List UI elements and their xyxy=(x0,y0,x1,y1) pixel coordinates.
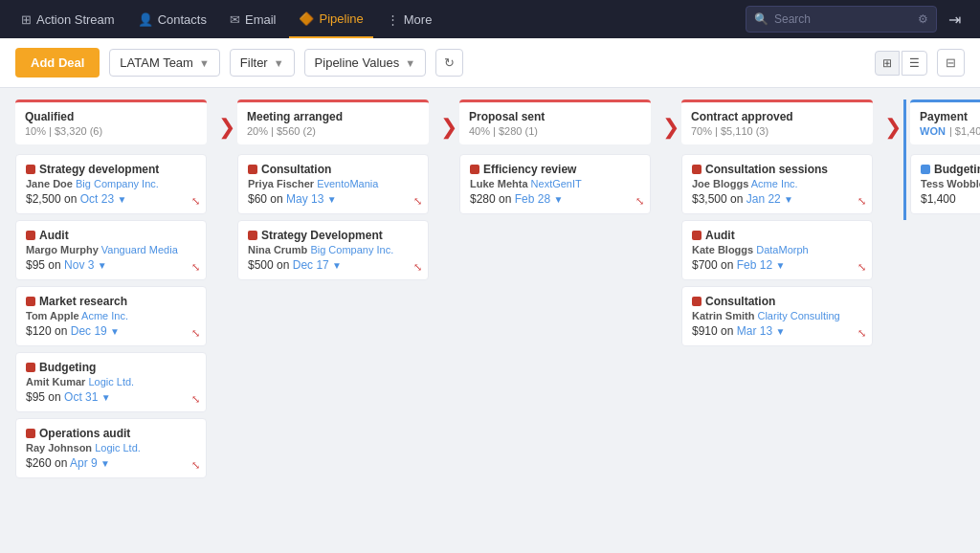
deal-card[interactable]: Operations auditRay Johnson Logic Ltd.$2… xyxy=(15,418,207,478)
pipeline-filter-button[interactable]: ⊟ xyxy=(937,49,965,77)
person-name: Nina Crumb xyxy=(248,244,307,255)
deal-caret[interactable]: ▼ xyxy=(98,260,107,271)
deal-person: Jane Doe Big Company Inc. xyxy=(26,178,196,189)
deal-card[interactable]: ConsultationPriya Fischer EventoMania$60… xyxy=(237,154,429,214)
col-stats-qualified: 10% | $3,320 (6) xyxy=(25,125,197,137)
deal-card[interactable]: Strategy developmentJane Doe Big Company… xyxy=(15,154,207,214)
company-name: Vanguard Media xyxy=(101,244,178,255)
deal-card-title: Market research xyxy=(26,295,196,308)
search-filter-icon[interactable]: ⚙ xyxy=(918,12,928,26)
deal-expand-icon[interactable]: ⤡ xyxy=(191,459,200,472)
company-name: Logic Ltd. xyxy=(88,376,134,387)
deal-card-title: Strategy Development xyxy=(248,229,418,242)
nav-action-stream-label: Action Stream xyxy=(36,12,115,27)
deal-date: Apr 9 xyxy=(70,456,98,470)
col-title-meeting: Meeting arranged xyxy=(247,110,419,123)
team-dropdown[interactable]: LATAM Team ▼ xyxy=(109,49,219,77)
add-deal-button[interactable]: Add Deal xyxy=(15,48,100,77)
deal-card-title: Audit xyxy=(692,229,862,242)
filter-dropdown-caret: ▼ xyxy=(274,57,284,69)
deal-expand-icon[interactable]: ⤡ xyxy=(635,195,644,208)
col-cards-payment: BudgetingTess Wobble DataMorph$1,400Arch… xyxy=(910,154,980,220)
team-dropdown-label: LATAM Team xyxy=(120,55,193,70)
deal-caret[interactable]: ▼ xyxy=(332,260,342,271)
filter-dropdown[interactable]: Filter ▼ xyxy=(230,49,295,77)
person-name: Kate Bloggs xyxy=(692,244,753,255)
deal-caret[interactable]: ▼ xyxy=(553,194,563,205)
col-stats-proposal: 40% | $280 (1) xyxy=(469,125,641,137)
deal-card[interactable]: ConsultationKatrin Smith Clarity Consult… xyxy=(681,286,873,346)
grid-view-button[interactable]: ⊞ xyxy=(875,51,900,76)
deal-badge-icon xyxy=(248,165,257,174)
col-cards-contract: Consultation sessionsJoe Bloggs Acme Inc… xyxy=(681,154,873,352)
deal-card[interactable]: AuditKate Bloggs DataMorph$700 on Feb 12… xyxy=(681,220,873,280)
deal-amount: $260 on Apr 9 ▼ xyxy=(26,456,196,470)
deal-person: Luke Mehta NextGenIT xyxy=(470,178,640,189)
deal-expand-icon[interactable]: ⤡ xyxy=(191,261,200,274)
col-header-meeting: Meeting arranged20% | $560 (2) xyxy=(237,100,429,144)
person-name: Margo Murphy xyxy=(26,244,99,255)
deal-card[interactable]: Market researchTom Apple Acme Inc.$120 o… xyxy=(15,286,207,346)
nav-email-label: Email xyxy=(245,12,277,27)
deal-expand-icon[interactable]: ⤡ xyxy=(191,327,200,340)
deal-caret[interactable]: ▼ xyxy=(775,260,785,271)
deal-person: Katrin Smith Clarity Consulting xyxy=(692,310,862,321)
deal-caret[interactable]: ▼ xyxy=(327,194,337,205)
deal-caret[interactable]: ▼ xyxy=(775,326,785,337)
search-input[interactable] xyxy=(774,12,912,26)
deal-expand-icon[interactable]: ⤡ xyxy=(413,195,422,208)
deal-amount: $280 on Feb 28 ▼ xyxy=(470,192,640,206)
deal-card[interactable]: Strategy DevelopmentNina Crumb Big Compa… xyxy=(237,220,429,280)
nav-action-stream[interactable]: ⊞ Action Stream xyxy=(11,0,124,38)
deal-badge-icon xyxy=(26,429,35,438)
deal-date: Feb 28 xyxy=(515,192,550,206)
person-name: Tom Apple xyxy=(26,310,79,321)
pipeline-arrow: ❯ xyxy=(218,100,235,138)
deal-card[interactable]: BudgetingTess Wobble DataMorph$1,400Arch… xyxy=(910,154,980,214)
deal-person: Ray Johnson Logic Ltd. xyxy=(26,442,196,453)
nav-more[interactable]: ⋮ More xyxy=(377,0,442,38)
deal-caret[interactable]: ▼ xyxy=(101,392,111,403)
col-wrapper-contract: Contract approved70% | $5,110 (3)Consult… xyxy=(681,100,903,352)
pipeline-values-dropdown[interactable]: Pipeline Values ▼ xyxy=(304,49,427,77)
col-header-payment: PaymentWON | $1,400 (1) xyxy=(910,100,980,144)
deal-card[interactable]: Efficiency reviewLuke Mehta NextGenIT$28… xyxy=(459,154,651,214)
person-name: Amit Kumar xyxy=(26,376,85,387)
deal-expand-icon[interactable]: ⤡ xyxy=(858,261,866,274)
search-bar[interactable]: 🔍 ⚙ xyxy=(746,6,937,33)
nav-pipeline[interactable]: 🔶 Pipeline xyxy=(289,0,372,38)
person-name: Joe Bloggs xyxy=(692,178,748,189)
nav-exit-button[interactable]: ⇥ xyxy=(941,11,969,29)
search-icon: 🔍 xyxy=(754,12,768,26)
pipeline-arrow: ❯ xyxy=(662,100,679,138)
pipeline-board: Qualified10% | $3,320 (6)Strategy develo… xyxy=(0,88,980,553)
deal-expand-icon[interactable]: ⤡ xyxy=(191,195,200,208)
deal-card-title: Consultation sessions xyxy=(692,163,862,176)
company-name: Acme Inc. xyxy=(751,178,798,189)
deal-caret[interactable]: ▼ xyxy=(110,326,120,337)
pipeline-col-contract: Contract approved70% | $5,110 (3)Consult… xyxy=(681,100,873,352)
refresh-button[interactable]: ↻ xyxy=(435,49,463,77)
deal-date: Dec 19 xyxy=(71,324,107,338)
deal-date: Oct 31 xyxy=(64,390,98,404)
pipeline-arrow: ❯ xyxy=(884,100,902,138)
deal-card[interactable]: Consultation sessionsJoe Bloggs Acme Inc… xyxy=(681,154,873,214)
email-icon: ✉ xyxy=(230,12,240,27)
nav-email[interactable]: ✉ Email xyxy=(220,0,286,38)
deal-caret[interactable]: ▼ xyxy=(784,194,793,205)
deal-date: Nov 3 xyxy=(64,258,94,272)
deal-card[interactable]: AuditMargo Murphy Vanguard Media$95 on N… xyxy=(15,220,207,280)
deal-expand-icon[interactable]: ⤡ xyxy=(413,261,422,274)
list-view-button[interactable]: ☰ xyxy=(902,51,927,76)
deal-expand-icon[interactable]: ⤡ xyxy=(191,393,200,406)
nav-contacts[interactable]: 👤 Contacts xyxy=(128,0,216,38)
deal-card-title: Consultation xyxy=(692,295,862,308)
deal-card[interactable]: BudgetingAmit Kumar Logic Ltd.$95 on Oct… xyxy=(15,352,207,412)
company-name: Logic Ltd. xyxy=(95,442,141,453)
deal-expand-icon[interactable]: ⤡ xyxy=(858,327,866,340)
deal-caret[interactable]: ▼ xyxy=(117,194,126,205)
deal-caret[interactable]: ▼ xyxy=(100,458,110,469)
deal-amount: $910 on Mar 13 ▼ xyxy=(692,324,862,338)
deal-card-title: Audit xyxy=(26,229,196,242)
deal-expand-icon[interactable]: ⤡ xyxy=(858,195,866,208)
